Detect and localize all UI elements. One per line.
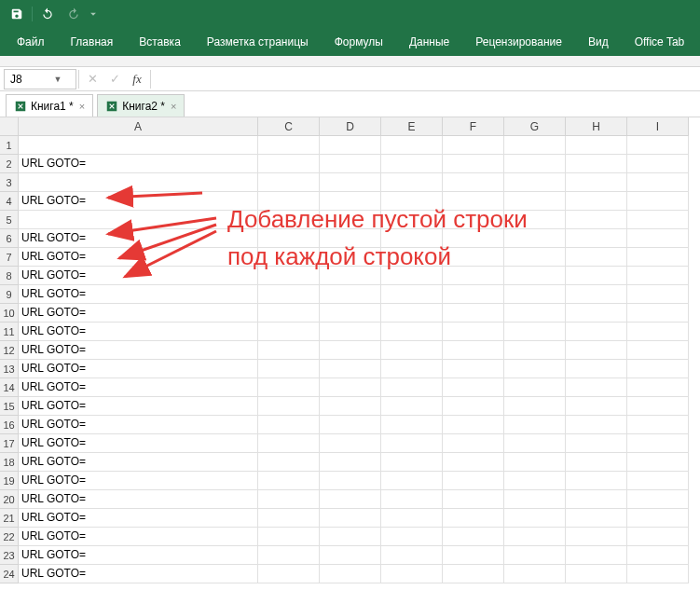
cell[interactable]: [258, 285, 320, 304]
cell[interactable]: URL GOTO=: [19, 360, 258, 378]
qat-customize-icon[interactable]: [87, 3, 100, 25]
cell[interactable]: [566, 528, 627, 546]
tab-formulas[interactable]: Формулы: [322, 28, 396, 56]
cell[interactable]: [258, 565, 320, 583]
cell[interactable]: [443, 546, 504, 565]
cell[interactable]: [320, 528, 381, 546]
cell[interactable]: [381, 155, 443, 173]
cell[interactable]: [320, 341, 381, 360]
cell[interactable]: [258, 360, 320, 378]
cell[interactable]: [443, 490, 504, 509]
row-header[interactable]: 10: [0, 304, 19, 323]
cell[interactable]: [504, 341, 566, 360]
cell[interactable]: [381, 453, 443, 472]
cell[interactable]: [566, 267, 627, 285]
cell[interactable]: [566, 192, 627, 211]
cell[interactable]: [258, 378, 320, 397]
cell[interactable]: [258, 490, 320, 509]
cell[interactable]: [381, 397, 443, 416]
cell[interactable]: [627, 173, 689, 192]
cell[interactable]: URL GOTO=: [19, 304, 258, 323]
cell[interactable]: URL GOTO=: [19, 546, 258, 565]
cell[interactable]: [627, 229, 689, 248]
row-header[interactable]: 19: [0, 472, 19, 490]
cell[interactable]: [504, 528, 566, 546]
cell[interactable]: [504, 565, 566, 583]
cell[interactable]: [320, 546, 381, 565]
cell[interactable]: [627, 155, 689, 173]
cell[interactable]: URL GOTO=: [19, 434, 258, 453]
cell[interactable]: [627, 248, 689, 267]
row-header[interactable]: 22: [0, 528, 19, 546]
cell[interactable]: [504, 472, 566, 490]
cell[interactable]: URL GOTO=: [19, 490, 258, 509]
cell[interactable]: [19, 136, 258, 155]
tab-review[interactable]: Рецензирование: [462, 28, 575, 56]
undo-icon[interactable]: [34, 3, 61, 25]
column-header[interactable]: C: [258, 117, 320, 136]
tab-view[interactable]: Вид: [575, 28, 622, 56]
cell[interactable]: [504, 490, 566, 509]
cell[interactable]: [381, 285, 443, 304]
cell[interactable]: [627, 472, 689, 490]
cell[interactable]: URL GOTO=: [19, 378, 258, 397]
enter-icon[interactable]: ✓: [103, 72, 126, 86]
cancel-icon[interactable]: ✕: [81, 72, 103, 86]
cell[interactable]: [566, 304, 627, 323]
cell[interactable]: [504, 173, 566, 192]
cell[interactable]: URL GOTO=: [19, 267, 258, 285]
cell[interactable]: [627, 434, 689, 453]
cell[interactable]: [504, 285, 566, 304]
cell[interactable]: [627, 304, 689, 323]
cell[interactable]: [320, 565, 381, 583]
cell[interactable]: [320, 416, 381, 434]
cell[interactable]: [504, 304, 566, 323]
cell[interactable]: [320, 397, 381, 416]
row-header[interactable]: 15: [0, 397, 19, 416]
column-header[interactable]: D: [320, 117, 381, 136]
cell[interactable]: [443, 360, 504, 378]
cell[interactable]: [381, 528, 443, 546]
cell[interactable]: [258, 155, 320, 173]
cell[interactable]: [504, 155, 566, 173]
cell[interactable]: [320, 360, 381, 378]
cell[interactable]: [443, 453, 504, 472]
cell[interactable]: [504, 434, 566, 453]
cell[interactable]: [627, 416, 689, 434]
cell[interactable]: [627, 378, 689, 397]
cell[interactable]: [320, 490, 381, 509]
row-header[interactable]: 24: [0, 565, 19, 583]
cell[interactable]: [566, 565, 627, 583]
row-header[interactable]: 13: [0, 360, 19, 378]
select-all-triangle[interactable]: [0, 117, 19, 136]
cell[interactable]: [566, 173, 627, 192]
cell[interactable]: [566, 155, 627, 173]
cell[interactable]: [258, 472, 320, 490]
column-header[interactable]: I: [627, 117, 689, 136]
cell[interactable]: [566, 472, 627, 490]
cell[interactable]: [381, 136, 443, 155]
column-header[interactable]: E: [381, 117, 443, 136]
cell[interactable]: [258, 397, 320, 416]
tab-home[interactable]: Главная: [58, 28, 127, 56]
cell[interactable]: [443, 434, 504, 453]
cell[interactable]: URL GOTO=: [19, 453, 258, 472]
row-header[interactable]: 7: [0, 248, 19, 267]
cell[interactable]: [320, 304, 381, 323]
cell[interactable]: [381, 565, 443, 583]
row-header[interactable]: 20: [0, 490, 19, 509]
tab-pagelayout[interactable]: Разметка страницы: [194, 28, 322, 56]
cell[interactable]: [320, 434, 381, 453]
cell[interactable]: [258, 173, 320, 192]
cell[interactable]: [258, 434, 320, 453]
cell[interactable]: URL GOTO=: [19, 472, 258, 490]
save-icon[interactable]: [4, 3, 30, 25]
row-header[interactable]: 21: [0, 509, 19, 528]
column-header[interactable]: H: [566, 117, 627, 136]
row-header[interactable]: 11: [0, 323, 19, 341]
cell[interactable]: [504, 397, 566, 416]
cell[interactable]: [566, 490, 627, 509]
cell[interactable]: [566, 248, 627, 267]
column-header[interactable]: A: [19, 117, 258, 136]
row-header[interactable]: 4: [0, 192, 19, 211]
